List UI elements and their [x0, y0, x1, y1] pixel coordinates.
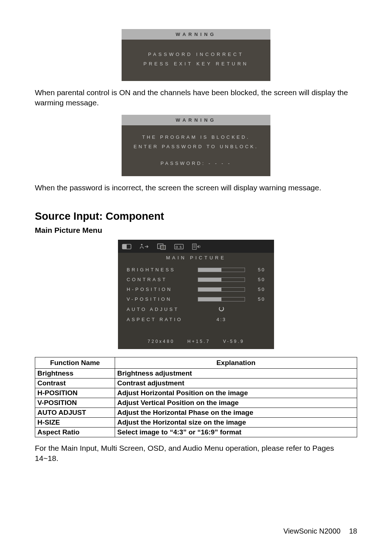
- fn-desc: Adjust Horizontal Position on the image: [115, 388, 357, 398]
- fn-desc: Adjust the Horizontal size on the image: [115, 418, 357, 428]
- row-label: ASPECT RATIO: [127, 317, 192, 322]
- osd-line: PRESS EXIT KEY RETURN: [125, 59, 267, 69]
- osd-header: WARNING: [122, 115, 270, 125]
- osd-title: MAIN PICTURE: [118, 253, 274, 263]
- row-label: BRIGHTNESS: [127, 267, 192, 272]
- fn-desc: Select image to “4:3” or “16:9” format: [115, 428, 357, 437]
- table-header: Explanation: [115, 357, 357, 369]
- spinner-icon: [198, 306, 245, 312]
- table-row: H-POSITIONAdjust Horizontal Position on …: [35, 388, 357, 398]
- page-footer: ViewSonic N2000 18: [283, 527, 357, 535]
- subsection-heading: Main Picture Menu: [35, 226, 357, 235]
- fn-name: Aspect Ratio: [35, 428, 115, 437]
- osd-rows: BRIGHTNESS 50 CONTRAST 50 H-POSITION 50 …: [118, 263, 274, 328]
- svg-rect-1: [122, 244, 127, 249]
- fn-desc: Contrast adjustment: [115, 378, 357, 388]
- fn-desc: Adjust the Horizontal Phase on the image: [115, 408, 357, 418]
- osd-warning-incorrect: WARNING PASSWORD INCORRECT PRESS EXIT KE…: [122, 29, 270, 81]
- row-contrast: CONTRAST 50: [127, 275, 265, 284]
- slider: [198, 278, 245, 282]
- osd-line: PASSWORD INCORRECT: [125, 50, 267, 59]
- body-text: When parental control is ON and the chan…: [35, 88, 357, 108]
- table-row: H-SIZEAdjust the Horizontal size on the …: [35, 418, 357, 428]
- table-row: V-POSITIONAdjust Vertical Position on th…: [35, 398, 357, 408]
- svg-point-2: [141, 244, 142, 245]
- table-row: Aspect RatioSelect image to “4:3” or “16…: [35, 428, 357, 437]
- footer-brand: ViewSonic N2000: [283, 527, 341, 535]
- picture-tab-icon: [122, 243, 132, 251]
- slider: [198, 268, 245, 272]
- input-tab-icon: [139, 243, 149, 251]
- row-value: 50: [251, 296, 265, 302]
- pip-tab-icon: 12: [156, 243, 167, 251]
- svg-text:OSD: OSD: [176, 245, 184, 249]
- table-row: AUTO ADJUSTAdjust the Horizontal Phase o…: [35, 408, 357, 418]
- function-table: Function Name Explanation BrightnessBrig…: [35, 357, 357, 437]
- row-label: H-POSITION: [127, 287, 192, 292]
- osd-body: THE PROGRAM IS BLOCKED. ENTER PASSWORD T…: [122, 125, 270, 176]
- osd-line: THE PROGRAM IS BLOCKED.: [124, 133, 268, 142]
- row-label: V-POSITION: [127, 296, 192, 302]
- row-autoadjust: AUTO ADJUST: [127, 304, 265, 315]
- osd-password-prompt: PASSWORD: - - - -: [124, 159, 268, 168]
- main-picture-osd: 12 OSD MAIN PICTURE BRIGHTNESS 50 CONTRA…: [118, 240, 274, 349]
- table-header: Function Name: [35, 357, 115, 369]
- osd-line: ENTER PASSWORD TO UNBLOCK.: [124, 142, 268, 151]
- svg-text:2: 2: [162, 246, 166, 249]
- fn-name: H-SIZE: [35, 418, 115, 428]
- osd-tab-icons: 12 OSD: [118, 240, 274, 253]
- row-value: 50: [251, 287, 265, 292]
- row-value: 50: [251, 267, 265, 272]
- body-text: For the Main Input, Multi Screen, OSD, a…: [35, 443, 357, 464]
- fn-desc: Adjust Vertical Position on the image: [115, 398, 357, 408]
- row-value: 4:3: [198, 317, 245, 322]
- row-label: CONTRAST: [127, 277, 192, 282]
- section-heading: Source Input: Component: [35, 210, 357, 222]
- osd-header: WARNING: [122, 29, 270, 40]
- osd-tab-icon: OSD: [174, 243, 184, 251]
- row-label: AUTO ADJUST: [127, 307, 192, 312]
- osd-warning-blocked: WARNING THE PROGRAM IS BLOCKED. ENTER PA…: [122, 115, 270, 176]
- fn-name: Brightness: [35, 369, 115, 378]
- svg-rect-9: [192, 244, 196, 249]
- slider: [198, 297, 245, 301]
- row-brightness: BRIGHTNESS 50: [127, 265, 265, 275]
- osd-body: PASSWORD INCORRECT PRESS EXIT KEY RETURN: [122, 40, 270, 81]
- fn-desc: Brightness adjustment: [115, 369, 357, 378]
- row-vposition: V-POSITION 50: [127, 294, 265, 304]
- row-hposition: H-POSITION 50: [127, 284, 265, 294]
- slider: [198, 287, 245, 292]
- page-number: 18: [349, 527, 357, 535]
- row-value: 50: [251, 277, 265, 282]
- fn-name: Contrast: [35, 378, 115, 388]
- fn-name: AUTO ADJUST: [35, 408, 115, 418]
- body-text: When the password is incorrect, the scre…: [35, 183, 357, 193]
- table-row: ContrastContrast adjustment: [35, 378, 357, 388]
- osd-status: 720x480 H+15.7 V-59.9: [118, 328, 274, 349]
- table-row: BrightnessBrightness adjustment: [35, 369, 357, 378]
- row-aspectratio: ASPECT RATIO 4:3: [127, 315, 265, 324]
- audio-tab-icon: [191, 243, 201, 251]
- fn-name: H-POSITION: [35, 388, 115, 398]
- fn-name: V-POSITION: [35, 398, 115, 408]
